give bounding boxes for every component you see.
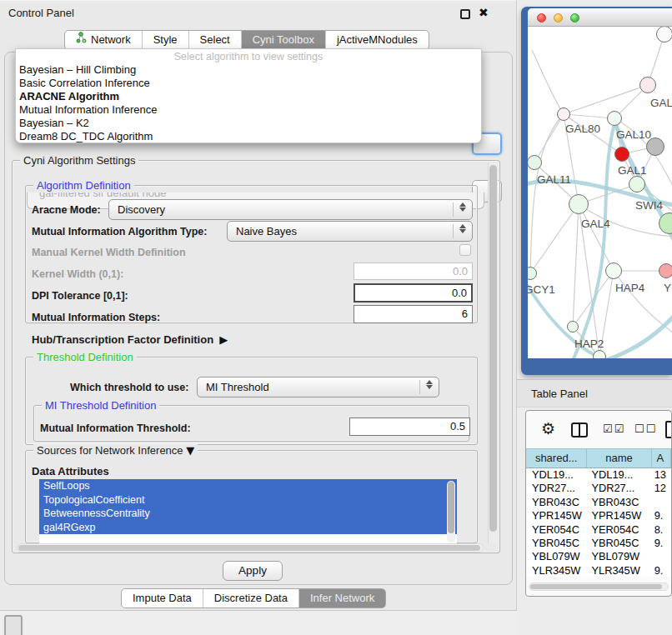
- attribute-item-betweennesscentrality[interactable]: BetweennessCentrality: [39, 507, 457, 521]
- which-threshold-combo[interactable]: MI Threshold: [197, 377, 439, 398]
- table-horizontal-scrollbar[interactable]: [529, 582, 669, 591]
- minimize-window-icon[interactable]: [554, 13, 563, 22]
- control-panel: Control Panel ✖ NetworkStyleSelectCyni T…: [0, 0, 517, 611]
- table-row[interactable]: YBR043CYBR043C: [526, 496, 671, 509]
- dpi-tolerance-field[interactable]: 0.0: [354, 283, 473, 302]
- network-node[interactable]: [614, 147, 629, 162]
- algorithm-option-mutual-information-inference[interactable]: Mutual Information Inference: [16, 103, 481, 117]
- network-node[interactable]: [593, 350, 606, 358]
- network-node[interactable]: [646, 138, 664, 156]
- table-row[interactable]: YDR27...YDR27...12: [526, 482, 671, 495]
- table-row[interactable]: YLR345WYLR345W9.: [526, 564, 671, 577]
- mi-threshold-definition-title: MI Threshold Definition: [42, 399, 159, 412]
- attributes-scrollbar[interactable]: [447, 481, 455, 542]
- float-panel-icon[interactable]: [460, 9, 470, 19]
- settings-vertical-scrollbar[interactable]: [488, 163, 498, 543]
- node-label-gal4: GAL4: [581, 218, 610, 230]
- tab-network[interactable]: Network: [65, 31, 143, 49]
- node-label-swi4: SWI4: [635, 199, 663, 212]
- node-label-gcy1: GCY1: [528, 283, 555, 296]
- mi-type-label: Mutual Information Algorithm Type:: [32, 226, 207, 238]
- network-node-gal1[interactable]: [629, 176, 645, 192]
- attribute-item-gal4rgexp[interactable]: gal4RGexp: [39, 521, 457, 535]
- tab-infer-network[interactable]: Infer Network: [299, 589, 385, 608]
- tab-impute-data[interactable]: Impute Data: [122, 589, 203, 608]
- combo-stepper-icon: [459, 224, 466, 233]
- table-row[interactable]: YBR045CYBR045C9.: [526, 537, 671, 550]
- gear-icon[interactable]: ⚙: [541, 419, 555, 438]
- close-window-icon[interactable]: [537, 13, 546, 22]
- algorithm-option-basic-correlation-inference[interactable]: Basic Correlation Inference: [16, 77, 481, 90]
- attribute-item-selfloops[interactable]: SelfLoops: [39, 479, 457, 493]
- panel-corner-chip[interactable]: [4, 615, 23, 635]
- algorithm-dropdown-popup: Select algorithm to view settings Bayesi…: [15, 48, 482, 143]
- table-row[interactable]: YBL079WYBL079W: [526, 550, 671, 563]
- mi-steps-field[interactable]: 6: [354, 305, 473, 323]
- network-canvas[interactable]: GALGAL80GAL10GAL11GAL1SWI4GAL4GCY1HAP4YH…: [528, 27, 672, 358]
- data-attributes-list[interactable]: SelfLoopsTopologicalCoefficientBetweenne…: [39, 479, 457, 544]
- column-header-name[interactable]: name: [587, 449, 651, 468]
- kernel-width-field[interactable]: 0.0: [354, 262, 473, 280]
- hub-definition-toggle[interactable]: Hub/Transcription Factor Definition ▶: [32, 333, 228, 346]
- column-header-a[interactable]: A: [652, 449, 671, 468]
- table-rows: YDL19...YDL19...13YDR27...YDR27...12YBR0…: [526, 468, 671, 577]
- zoom-window-icon[interactable]: [570, 13, 579, 22]
- settings-horizontal-scrollbar[interactable]: [17, 543, 484, 552]
- algorithm-option-aracne-algorithm[interactable]: ARACNE Algorithm: [16, 90, 481, 103]
- network-view-window: GALGAL80GAL10GAL11GAL1SWI4GAL4GCY1HAP4YH…: [521, 7, 672, 375]
- network-node-gal80[interactable]: [557, 108, 570, 121]
- apply-button[interactable]: Apply: [223, 561, 283, 581]
- select-all-checkboxes-icon[interactable]: ☑☑: [603, 422, 625, 435]
- mi-type-combo[interactable]: Naive Bayes: [227, 221, 473, 242]
- dpi-tolerance-label: DPI Tolerance [0,1]:: [32, 290, 128, 302]
- threshold-definition-title: Threshold Definition: [33, 351, 137, 363]
- table-row[interactable]: YER054CYER054C8.: [526, 523, 671, 537]
- tab-jactivemnodules[interactable]: jActiveMNodules: [326, 31, 429, 49]
- which-threshold-label: Which threshold to use:: [70, 382, 188, 393]
- network-node-hap4[interactable]: [605, 262, 622, 279]
- node-label-hap2: HAP2: [574, 338, 604, 350]
- algorithm-definition-title: Algorithm Definition: [33, 179, 134, 192]
- table-panel-title: Table Panel: [531, 388, 588, 400]
- network-node-gal[interactable]: [639, 77, 656, 93]
- tab-discretize-data[interactable]: Discretize Data: [203, 589, 299, 608]
- algorithm-option-dream8-dc-tdc-algorithm[interactable]: Dream8 DC_TDC Algorithm: [16, 130, 481, 143]
- columns-icon[interactable]: [571, 422, 588, 438]
- export-table-icon[interactable]: [665, 421, 672, 438]
- network-node-y[interactable]: [659, 263, 672, 278]
- algorithm-option-bayesian-k2[interactable]: Bayesian – K2: [16, 117, 481, 130]
- algorithm-option-bayesian-hill-climbing[interactable]: Bayesian – Hill Climbing: [16, 63, 481, 77]
- panel-bottom-margin: [0, 611, 517, 635]
- table-row[interactable]: YPR145WYPR145W9.: [526, 509, 671, 522]
- network-window-titlebar[interactable]: [528, 8, 672, 27]
- close-panel-icon[interactable]: ✖: [479, 6, 489, 19]
- sources-group-title[interactable]: Sources for Network Inference ▼: [33, 444, 198, 457]
- mi-threshold-field[interactable]: 0.5: [349, 418, 470, 436]
- table-header-row[interactable]: shared...nameA: [526, 448, 671, 468]
- aracne-mode-combo[interactable]: Discovery: [108, 199, 473, 220]
- manual-kernel-checkbox[interactable]: [459, 244, 471, 256]
- manual-kernel-label: Manual Kernel Width Definition: [32, 247, 186, 258]
- node-table: shared...nameA YDL19...YDL19...13YDR27..…: [526, 448, 671, 577]
- deselect-all-checkboxes-icon[interactable]: ☐☐: [634, 422, 657, 435]
- bottom-tabbar: Impute DataDiscretize DataInfer Network: [121, 588, 386, 608]
- table-row[interactable]: YDL19...YDL19...13: [526, 468, 671, 482]
- node-label-gal: GAL: [650, 97, 672, 109]
- algorithm-placeholder: Select algorithm to view settings: [16, 49, 481, 63]
- node-label-gal1: GAL1: [618, 164, 647, 177]
- expanded-arrow-icon: ▼: [186, 444, 194, 457]
- tab-cyni-toolbox[interactable]: Cyni Toolbox: [242, 31, 326, 49]
- node-label-gal10: GAL10: [616, 128, 651, 141]
- network-node-gal10[interactable]: [607, 111, 622, 126]
- column-header-shared[interactable]: shared...: [526, 449, 587, 468]
- network-node[interactable]: [656, 27, 672, 42]
- network-node-gal4[interactable]: [569, 194, 589, 214]
- tab-style[interactable]: Style: [143, 31, 189, 49]
- mi-threshold-label: Mutual Information Threshold:: [40, 422, 191, 434]
- table-panel: ⚙ ☑☑ ☐☐ shared...nameA YDL19...YDL19...1…: [525, 410, 672, 597]
- tab-select[interactable]: Select: [189, 31, 242, 49]
- combo-stepper-icon: [425, 380, 433, 389]
- network-node-hap2[interactable]: [567, 321, 579, 332]
- attribute-item-topologicalcoefficient[interactable]: TopologicalCoefficient: [39, 493, 457, 508]
- control-panel-tabbar: NetworkStyleSelectCyni ToolboxjActiveMNo…: [64, 30, 429, 50]
